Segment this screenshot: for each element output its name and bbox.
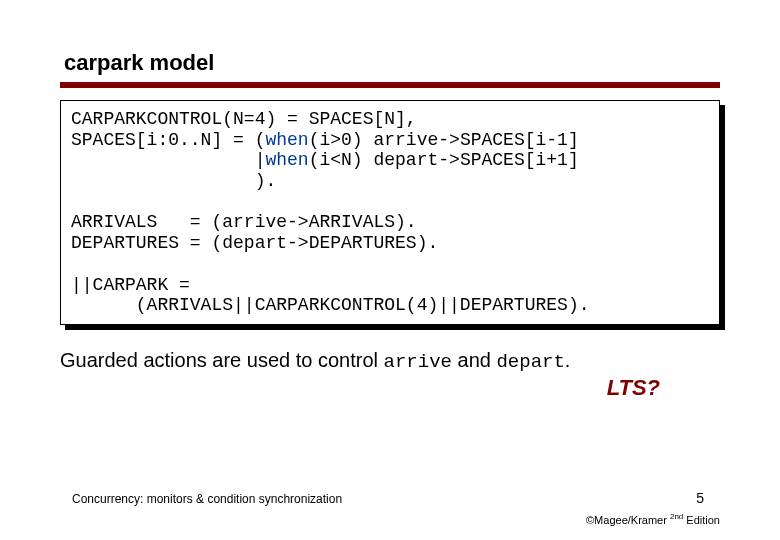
footer-topic: Concurrency: monitors & condition synchr…	[72, 492, 342, 506]
title-rule	[60, 82, 720, 88]
code-line: |	[71, 150, 265, 170]
code-line: (i>0) arrive->SPACES[i-1]	[309, 130, 579, 150]
lts-prompt: LTS?	[607, 375, 660, 400]
code-blank	[71, 192, 82, 212]
code-box: CARPARKCONTROL(N=4) = SPACES[N], SPACES[…	[60, 100, 720, 325]
code-line: CARPARKCONTROL(N=4) = SPACES[N],	[71, 109, 417, 129]
code-line: ARRIVALS = (arrive->ARRIVALS).	[71, 212, 417, 232]
code-blank	[71, 254, 82, 274]
body-fragment: .	[565, 349, 571, 371]
code-line: (ARRIVALS||CARPARKCONTROL(4)||DEPARTURES…	[71, 295, 589, 315]
credit-sup: 2nd	[670, 512, 683, 521]
body-fragment: Guarded actions are used to control	[60, 349, 384, 371]
page-number: 5	[696, 490, 704, 506]
code-content: CARPARKCONTROL(N=4) = SPACES[N], SPACES[…	[71, 109, 709, 316]
code-line: ||CARPARK =	[71, 275, 190, 295]
keyword-when: when	[265, 130, 308, 150]
lts-prompt-row: LTS?	[60, 375, 720, 401]
code-box-shadow: CARPARKCONTROL(N=4) = SPACES[N], SPACES[…	[60, 100, 720, 325]
credit-text: Edition	[683, 514, 720, 526]
body-fragment: and	[452, 349, 496, 371]
keyword-when: when	[265, 150, 308, 170]
inline-code: arrive	[384, 351, 452, 373]
code-line: SPACES[i:0..N] = (	[71, 130, 265, 150]
footer-credit: ©Magee/Kramer 2nd Edition	[586, 512, 720, 526]
inline-code: depart	[496, 351, 564, 373]
body-text: Guarded actions are used to control arri…	[60, 347, 720, 375]
credit-text: ©Magee/Kramer	[586, 514, 670, 526]
slide-title: carpark model	[60, 50, 720, 76]
code-line: (i<N) depart->SPACES[i+1]	[309, 150, 579, 170]
code-line: ).	[71, 171, 276, 191]
code-line: DEPARTURES = (depart->DEPARTURES).	[71, 233, 438, 253]
